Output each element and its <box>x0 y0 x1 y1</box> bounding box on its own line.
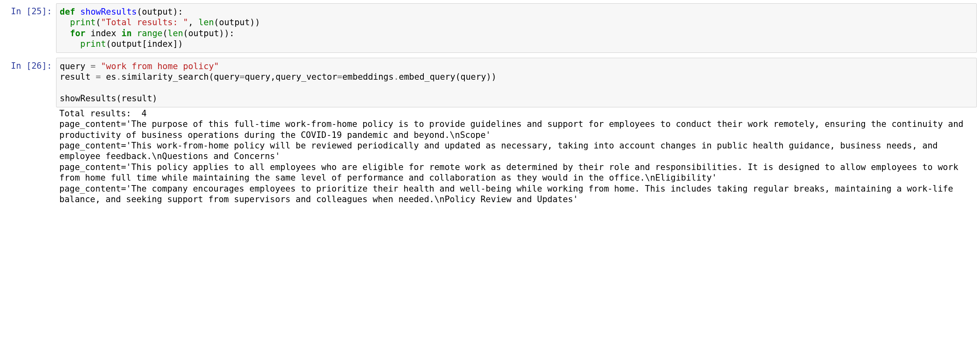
paren-open: ( <box>163 28 168 38</box>
var-output: output <box>111 39 142 49</box>
paren-close: ) <box>255 17 260 27</box>
paren-open: ( <box>209 72 214 82</box>
kwarg-query-vector: query_vector <box>275 72 337 82</box>
op-eq3: = <box>337 72 343 82</box>
paren-close: ) <box>491 72 497 82</box>
var-result: result <box>121 94 152 103</box>
comma: , <box>270 72 275 82</box>
input-prompt: In [25]: <box>3 3 56 17</box>
prompt-label: In [ <box>11 61 32 71</box>
builtin-print: print <box>80 39 106 49</box>
output-line: page_content='This policy applies to all… <box>59 162 963 183</box>
builtin-range: range <box>137 28 163 38</box>
var-output: output <box>219 17 250 27</box>
prompt-number: 26 <box>31 61 41 71</box>
bracket-close: ] <box>173 39 178 49</box>
call-showresults: showResults <box>60 94 116 103</box>
keyword-for: for <box>70 28 85 38</box>
builtin-len: len <box>198 17 214 27</box>
output-line: page_content='The company encourages emp… <box>59 184 958 204</box>
dot: . <box>394 72 399 82</box>
var-index: index <box>91 28 116 38</box>
op-eq: = <box>91 72 106 82</box>
paren-close: ) <box>486 72 492 82</box>
paren-close: ) <box>224 28 230 38</box>
obj-embeddings: embeddings <box>342 72 393 82</box>
paren-close: ) <box>219 28 224 38</box>
cell-body: def showResults(output): print("Total re… <box>56 3 977 53</box>
keyword-def: def <box>60 7 75 17</box>
prompt-close: ]: <box>42 7 52 16</box>
keyword-in: in <box>121 28 132 38</box>
input-prompt: In [26]: <box>3 58 56 71</box>
paren-close: ) <box>152 94 158 103</box>
var-index: index <box>147 39 173 49</box>
cell-output: Total results: 4 page_content='The purpo… <box>56 107 977 207</box>
paren-close: ) <box>178 39 183 49</box>
prompt-label: In [ <box>11 7 32 16</box>
op-eq: = <box>85 61 101 71</box>
var-query: query <box>460 72 486 82</box>
output-line: Total results: 4 <box>59 109 147 118</box>
paren-open: ( <box>106 39 111 49</box>
output-line: page_content='This work-from-home policy… <box>59 141 943 161</box>
output-line: page_content='The purpose of this full-t… <box>59 119 969 140</box>
builtin-print: print <box>70 17 95 27</box>
var-query: query <box>60 61 85 71</box>
colon: : <box>178 7 183 17</box>
code-cell: In [26]: query = "work from home policy"… <box>3 58 977 207</box>
paren-open: ( <box>116 94 121 103</box>
colon: : <box>229 28 234 38</box>
arg-name: output <box>142 7 173 17</box>
cell-body: query = "work from home policy" result =… <box>56 58 977 207</box>
var-query: query <box>245 72 270 82</box>
kwarg-query: query <box>214 72 239 82</box>
paren-open: ( <box>455 72 461 82</box>
paren-open: ( <box>137 7 142 17</box>
builtin-len: len <box>168 28 183 38</box>
comma: , <box>188 17 198 27</box>
method-simsearch: similarity_search <box>121 72 209 82</box>
code-cell: In [25]: def showResults(output): print(… <box>3 3 977 53</box>
method-embed-query: embed_query <box>399 72 455 82</box>
prompt-number: 25 <box>31 7 41 16</box>
function-name: showResults <box>80 7 137 17</box>
op-eq2: = <box>240 72 245 82</box>
paren-open: ( <box>183 28 189 38</box>
paren-close: ) <box>250 17 255 27</box>
bracket-open: [ <box>142 39 147 49</box>
prompt-close: ]: <box>42 61 52 71</box>
code-input[interactable]: def showResults(output): print("Total re… <box>56 3 977 53</box>
var-output: output <box>188 28 219 38</box>
paren-open: ( <box>214 17 219 27</box>
var-result: result <box>60 72 91 82</box>
string-literal: "Total results: " <box>101 17 188 27</box>
paren-open: ( <box>96 17 101 27</box>
string-literal: "work from home policy" <box>101 61 219 71</box>
code-input[interactable]: query = "work from home policy" result =… <box>56 58 977 107</box>
dot: . <box>116 72 121 82</box>
obj-es: es <box>106 72 116 82</box>
paren-close: ) <box>173 7 178 17</box>
